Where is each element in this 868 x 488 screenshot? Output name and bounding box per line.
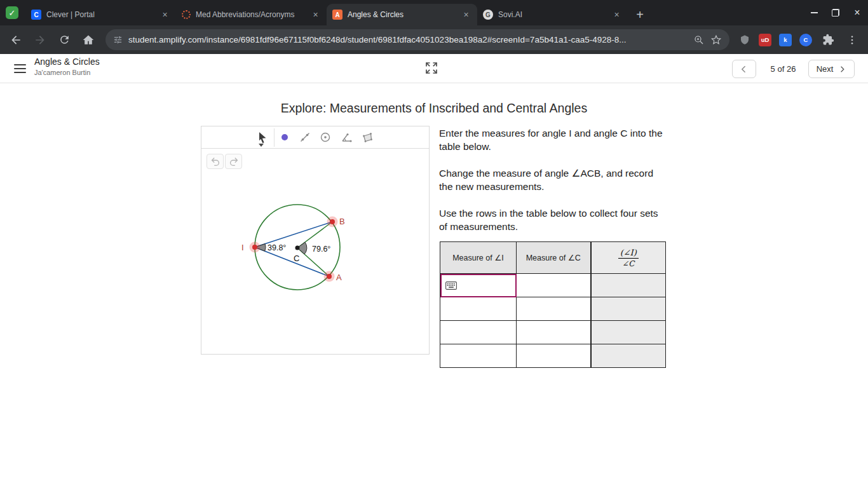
point-C-label: C [294,254,299,263]
reload-icon [58,34,71,46]
segment-IB[interactable] [255,222,332,247]
table-row-3 [440,321,666,344]
close-window-button[interactable]: × [846,0,868,25]
applet-toolbar [201,126,429,149]
privacy-shield-extension[interactable] [736,29,754,51]
tab-title: Clever | Portal [46,10,154,19]
kami-extension[interactable]: k [776,29,794,51]
reload-button[interactable] [53,29,75,51]
point-tool-icon [278,131,291,144]
tab-close-icon[interactable]: × [310,10,321,20]
polygon-tool-icon [361,131,374,144]
move-tool-button[interactable] [256,131,269,144]
fraction-numerator: (∠I) [618,248,639,259]
point-I[interactable] [252,245,257,250]
back-button[interactable] [5,29,27,51]
tab-close-icon[interactable]: × [461,10,471,20]
angle-tool-icon [340,131,353,144]
forward-button[interactable] [29,29,51,51]
fullscreen-button[interactable] [424,60,439,76]
new-tab-button[interactable]: + [631,6,649,24]
extensions-button[interactable] [817,29,839,51]
cursor-arrow-icon [256,131,269,144]
ratio-fraction: (∠I) ∠C [618,248,639,268]
measure-I-cell-row2[interactable] [440,297,517,321]
line-tool-button[interactable] [299,131,311,144]
measure-I-cell-row1[interactable] [440,274,517,297]
next-page-button[interactable]: Next [808,60,855,78]
tab-angles-circles-active[interactable]: A Angles & Circles × [327,4,477,25]
measure-C-cell-row1[interactable] [517,274,591,297]
table-row-2 [440,297,666,321]
lesson-app-header: Angles & Circles Ja'cameron Burtin 5 of … [0,54,868,83]
point-C[interactable] [295,246,300,250]
zoom-icon[interactable] [693,34,705,46]
angle-tool-button[interactable] [340,131,353,144]
geometry-canvas[interactable]: 39.8° 79.6° B A I C [201,149,429,354]
bookmark-star-icon[interactable] [710,34,722,46]
point-tool-button[interactable] [278,131,291,144]
circle-tool-button[interactable] [319,131,332,144]
tab-title: Angles & Circles [348,10,456,19]
amplify-favicon-icon: A [332,10,342,20]
point-A-label: A [336,273,342,282]
clever-extension[interactable]: C [797,29,815,51]
tab-sovi-ai[interactable]: G Sovi.AI × [477,4,628,25]
kami-icon: k [779,34,792,46]
measure-I-cell-row3[interactable] [440,321,517,344]
minimize-button[interactable] [803,0,825,25]
page-title: Explore: Measurements of Inscribed and C… [0,101,868,116]
measure-I-cell-row4[interactable] [440,344,517,368]
page-indicator: 5 of 26 [766,60,801,78]
instruction-paragraph-1: Enter the measures for angle I and angle… [439,126,665,153]
next-button-label: Next [817,64,834,74]
restore-button[interactable] [825,0,846,25]
browser-tab-strip: ✓ C Clever | Portal × Med Abbreviations/… [0,0,868,25]
point-B[interactable] [330,219,335,224]
tabs-container: C Clever | Portal × Med Abbreviations/Ac… [25,4,628,25]
point-A[interactable] [327,274,332,279]
forward-arrow-icon [34,34,46,46]
lesson-header-title: Angles & Circles [34,57,100,67]
address-bar[interactable]: student.amplify.com/instance/6981fdf96e6… [105,29,729,50]
shield-icon [739,34,750,46]
keyboard-toggle[interactable] [440,281,516,290]
tab-close-icon[interactable]: × [159,10,170,20]
tool-dropdown-caret-icon[interactable] [259,144,264,147]
previous-page-button[interactable] [732,60,756,78]
tab-title: Med Abbreviations/Acronyms [196,10,305,19]
ublock-icon: uD [759,34,771,46]
fullscreen-expand-icon [424,60,439,76]
clever-ext-icon: C [799,34,812,46]
table-row-1 [440,274,666,297]
measurement-table: Measure of ∠I Measure of ∠C (∠I) ∠C [440,241,666,368]
header-ratio: (∠I) ∠C [591,242,666,274]
kebab-menu-icon [846,34,858,46]
measure-C-cell-row2[interactable] [517,297,591,321]
hamburger-menu-button[interactable] [14,64,26,76]
url-text[interactable]: student.amplify.com/instance/6981fdf96e6… [128,35,688,44]
polygon-tool-button[interactable] [361,131,374,144]
measure-C-cell-row3[interactable] [517,321,591,344]
keyboard-icon [445,281,457,290]
site-info-icon[interactable] [113,35,123,44]
tab-med-abbreviations[interactable]: Med Abbreviations/Acronyms × [176,4,327,25]
angle-I-measure-label: 39.8° [268,243,286,252]
student-name: Ja'cameron Burtin [34,69,90,76]
tab-clever-portal[interactable]: C Clever | Portal × [25,4,176,25]
measure-C-cell-row4[interactable] [517,344,591,368]
table-header-row: Measure of ∠I Measure of ∠C (∠I) ∠C [440,242,666,274]
instructions-panel: Enter the measures for angle I and angle… [439,126,665,247]
puzzle-icon [822,34,834,46]
ublock-extension[interactable]: uD [756,29,774,51]
browser-menu-button[interactable] [841,29,863,51]
line-tool-icon [299,131,311,144]
geometry-applet: 39.8° 79.6° B A I C [201,126,430,355]
window-controls: × [803,0,868,25]
med-favicon-icon [182,10,191,19]
header-measure-C: Measure of ∠C [517,242,591,274]
window-avatar-icon[interactable]: ✓ [6,6,18,19]
point-B-label: B [339,217,345,226]
home-button[interactable] [78,29,99,51]
tab-close-icon[interactable]: × [611,10,622,20]
